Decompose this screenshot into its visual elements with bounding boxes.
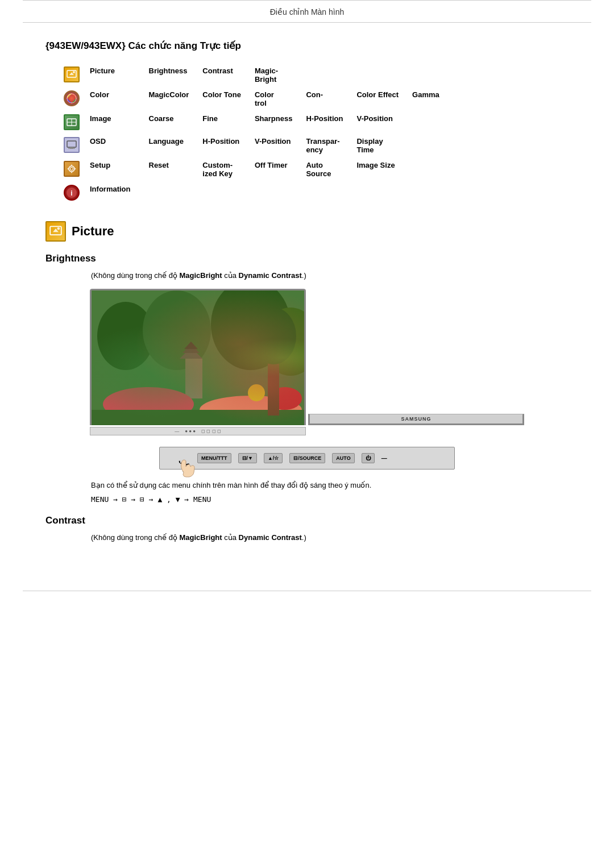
svg-point-12 (70, 168, 73, 170)
setup-sub4: AutoSource (299, 157, 350, 181)
picture-section-icon-svg (49, 225, 62, 238)
menu-row-setup: Setup Reset Custom-ized Key Off Timer Au… (57, 157, 446, 181)
picture-sub2: Contrast (196, 63, 248, 87)
svg-point-20 (143, 290, 211, 370)
monitor-display: SAMSUNG — ● ● ● ◻ ◻ ◻ ◻ (90, 289, 524, 435)
image-icon-svg (67, 117, 77, 127)
brightness-heading: Brightness (45, 253, 569, 264)
image-label: Image (83, 111, 142, 134)
monitor-control-bar: — ● ● ● ◻ ◻ ◻ ◻ (90, 427, 306, 435)
hand-icon (176, 455, 196, 482)
svg-point-31 (268, 387, 302, 410)
contrast-heading: Contrast (45, 515, 569, 526)
monitor-bottom: SAMSUNG (308, 414, 524, 425)
osd-auto-btn: AUTO (332, 453, 354, 463)
setup-icon (64, 161, 80, 177)
svg-point-21 (211, 290, 291, 370)
svg-marker-24 (180, 347, 202, 359)
menu-navigation: MENU → ⊟ → ⊟ → ▲ , ▼ → MENU (91, 495, 569, 504)
osd-container: 🖱 MENU/TTT ⊟/▼ ▲/☆ ⊟/SOURCE AUTO ⏻ — (45, 447, 569, 470)
osd-btn2: ⊟/▼ (238, 453, 257, 463)
color-sub1: MagicColor (142, 87, 196, 111)
brightness-body-text: Bạn có thể sử dụng các menu chính trên m… (91, 481, 569, 489)
menu-row-color: Color MagicColor Color Tone Colortrol Co… (57, 87, 446, 111)
ctrl-label1: — (175, 429, 179, 434)
osd-power-btn: ⏻ (362, 453, 375, 463)
info-icon-svg: i (66, 187, 77, 198)
picture-sub1: Brightness (142, 63, 196, 87)
color-sub3: Colortrol (248, 87, 299, 111)
svg-point-30 (248, 384, 265, 401)
page-title: Điều chỉnh Màn hình (23, 1, 591, 23)
svg-marker-26 (184, 342, 198, 349)
setup-icon-cell (57, 157, 83, 181)
setup-sub3: Off Timer (248, 157, 299, 181)
hand-svg (176, 455, 196, 480)
osd-btn3: ▲/☆ (264, 453, 283, 463)
svg-point-2 (73, 71, 75, 73)
image-sub3: Sharpness (248, 111, 299, 134)
osd-btn4: ⊟/SOURCE (289, 453, 325, 463)
svg-rect-23 (185, 359, 202, 398)
menu-row-image: Image Coarse Fine Sharpness H-Position V… (57, 111, 446, 134)
svg-rect-18 (92, 290, 306, 425)
menu-row-osd: OSD Language H-Position V-Position Trans… (57, 134, 446, 157)
picture-icon-cell (57, 63, 83, 87)
ctrl-label3: ◻ ◻ ◻ ◻ (201, 429, 221, 434)
color-sub4: Con- (299, 87, 350, 111)
picture-heading-text: Picture (72, 224, 114, 239)
info-icon-cell: i (57, 181, 83, 204)
monitor-screen (90, 289, 306, 425)
picture-sub3: Magic-Bright (248, 63, 299, 87)
bottom-border (23, 591, 591, 591)
image-sub4: H-Position (299, 111, 350, 134)
setup-sub5: Image Size (350, 157, 405, 181)
picture-label: Picture (83, 63, 142, 87)
osd-sub4: Transpar-ency (299, 134, 350, 157)
osd-menu-btn: MENU/TTT (197, 453, 231, 463)
color-icon (64, 90, 80, 106)
setup-sub2: Custom-ized Key (196, 157, 248, 181)
ctrl-label2: ● ● ● (185, 429, 196, 434)
brightness-note: (Không dùng trong chế độ MagicBright của… (91, 271, 569, 280)
svg-point-17 (57, 227, 60, 230)
color-sub2: Color Tone (196, 87, 248, 111)
monitor-scene-svg (92, 290, 306, 425)
main-content: {943EW/943EWX} Các chức năng Trực tiếp P… (0, 23, 614, 574)
menu-row-information: i Information (57, 181, 446, 204)
picture-section-heading: Picture (45, 221, 569, 242)
image-sub5: V-Position (350, 111, 405, 134)
contrast-note: (Không dùng trong chế độ MagicBright của… (91, 533, 569, 542)
setup-label: Setup (83, 157, 142, 181)
osd-icon (64, 137, 80, 153)
setup-icon-svg (66, 163, 77, 175)
color-icon-cell (57, 87, 83, 111)
information-label: Information (83, 181, 142, 204)
osd-icon-svg (67, 140, 77, 150)
picture-section-icon (45, 221, 66, 242)
osd-sub1: Language (142, 134, 196, 157)
monitor-brand: SAMSUNG (401, 416, 431, 422)
section-heading: {943EW/943EWX} Các chức năng Trực tiếp (45, 40, 569, 52)
color-sub5: Color Effect (350, 87, 405, 111)
image-sub1: Coarse (142, 111, 196, 134)
svg-point-33 (251, 308, 296, 364)
svg-rect-7 (67, 141, 76, 147)
image-sub2: Fine (196, 111, 248, 134)
svg-point-19 (97, 302, 154, 370)
svg-rect-29 (92, 410, 306, 425)
osd-dash: — (381, 455, 387, 462)
osd-sub3: V-Position (248, 134, 299, 157)
osd-panel: 🖱 MENU/TTT ⊟/▼ ▲/☆ ⊟/SOURCE AUTO ⏻ — (159, 447, 455, 470)
svg-point-28 (200, 396, 302, 424)
picture-icon-svg (67, 69, 77, 80)
setup-sub1: Reset (142, 157, 196, 181)
menu-table: Picture Brightness Contrast Magic-Bright (57, 63, 446, 204)
picture-icon (64, 67, 80, 82)
info-icon: i (64, 185, 80, 201)
osd-icon-cell (57, 134, 83, 157)
menu-row-picture: Picture Brightness Contrast Magic-Bright (57, 63, 446, 87)
color-sub6: Gamma (405, 87, 446, 111)
color-icon-svg (66, 93, 77, 104)
svg-point-27 (103, 387, 194, 421)
